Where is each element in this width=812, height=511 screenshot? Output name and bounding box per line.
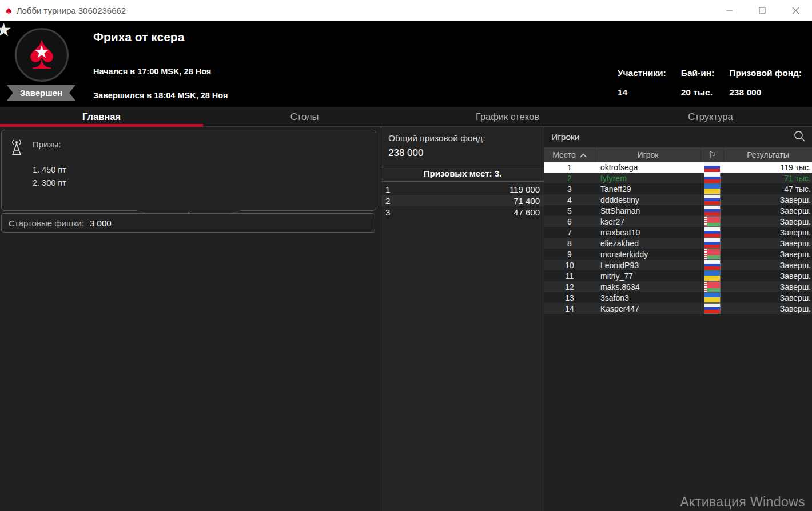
payouts-panel: Общий призовой фонд: 238 000 Призовых ме… [381,127,544,511]
player-name: LeonidP93 [595,261,700,270]
payout-amount: 119 000 [510,185,540,194]
tournament-title: Фриха от ксера [93,30,184,44]
column-header-flag[interactable]: ⚐ [700,147,723,162]
player-place: 8 [544,239,595,248]
close-button[interactable] [779,0,812,21]
tab-main[interactable]: Главная [0,107,203,126]
country-flag-icon [704,293,720,302]
player-row[interactable]: 8 eliezakhed Заверш. [544,238,812,249]
player-result: Заверш. [723,239,812,248]
player-place: 6 [544,217,595,226]
end-time: Завершился в 18:04 MSK, 28 Ноя [93,91,228,100]
payout-row: 2 71 400 [381,195,544,206]
search-icon[interactable] [793,129,806,145]
minimize-button[interactable] [713,0,746,21]
player-place: 3 [544,185,595,194]
prize-item: 2. 300 пт [33,177,66,190]
player-row[interactable]: 5 SttShaman Заверш. [544,205,812,216]
pokerstars-logo: ♠ ★ [15,28,69,82]
player-place: 11 [544,272,595,281]
country-flag-icon [704,184,720,194]
player-result: Заверш. [723,282,812,292]
country-flag-icon [704,304,720,313]
players-table-body: 1 oktrofsega 119 тыс. 2 fyfyrem 71 тыс. … [544,162,812,314]
payout-amount: 47 600 [514,207,540,217]
maximize-button[interactable] [746,0,779,21]
player-name: eliezakhed [595,239,700,248]
player-row[interactable]: 7 maxbeat10 Заверш. [544,227,812,238]
column-header-player[interactable]: Игрок [595,147,700,162]
payout-row: 1 119 000 [381,183,544,195]
players-title: Игроки [551,132,579,142]
player-name: monsterkiddy [595,250,700,259]
player-row[interactable]: 3 Taneff29 47 тыс. [544,183,812,194]
starting-chips-panel: Стартовые фишки: 3 000 [1,213,375,233]
player-place: 12 [544,282,595,292]
country-flag-icon [704,206,720,215]
player-result: 71 тыс. [723,174,812,183]
player-place: 2 [544,174,595,183]
player-place: 1 [544,163,595,172]
favorite-star-icon[interactable]: ★ [0,21,12,39]
window-controls [713,0,812,21]
player-row[interactable]: 11 mitriy_77 Заверш. [544,270,812,281]
player-row[interactable]: 6 kser27 Заверш. [544,216,812,227]
player-row[interactable]: 9 monsterkiddy Заверш. [544,249,812,260]
player-name: Taneff29 [595,185,700,194]
player-row[interactable]: 12 maks.8634 Заверш. [544,281,812,292]
country-flag-icon [704,227,720,237]
column-header-results[interactable]: Результаты [723,147,812,162]
player-result: Заверш. [723,272,812,281]
prize-pool-label: Общий призовой фонд: [388,133,537,143]
player-row[interactable]: 2 fyfyrem 71 тыс. [544,173,812,183]
player-result: Заверш. [723,293,812,302]
player-row[interactable]: 14 Kasper447 Заверш. [544,303,812,314]
player-place: 5 [544,206,595,215]
payout-place: 2 [385,196,390,206]
stat-prizepool: Призовой фонд: 238 000 [729,68,802,98]
player-result: Заверш. [723,250,812,259]
player-row[interactable]: 10 LeonidP93 Заверш. [544,260,812,270]
player-place: 9 [544,250,595,259]
tab-stack-chart[interactable]: График стеков [406,107,609,126]
player-row[interactable]: 13 3safon3 Заверш. [544,292,812,303]
window-title: Лобби турнира 3060236662 [17,6,126,15]
players-panel: Игроки Место Игрок ⚐ [544,127,812,511]
players-table-header: Место Игрок ⚐ Результаты [544,147,812,162]
country-flag-icon [704,217,720,226]
prizes-list: 1. 450 пт 2. 300 пт [33,163,66,190]
players-titlebar: Игроки [544,127,812,147]
player-name: 3safon3 [595,293,700,302]
prize-pool: Общий призовой фонд: 238 000 [381,127,544,164]
windows-activation-watermark: Активация Windows [680,494,805,510]
player-name: kser27 [595,217,700,226]
stat-entrants: Участники: 14 [618,68,666,98]
column-header-place[interactable]: Место [544,147,595,162]
country-flag-icon [704,282,720,292]
stat-buyin: Бай-ин: 20 тыс. [681,68,715,98]
start-time: Начался в 17:00 MSK, 28 Ноя [93,67,211,76]
player-name: Kasper447 [595,304,700,313]
country-flag-icon [704,162,720,172]
player-result: Заверш. [723,304,812,313]
payout-list: 1 119 000 2 71 400 3 47 600 [381,183,544,218]
player-row[interactable]: 4 ddddestiny Заверш. [544,194,812,205]
chevron-up-icon [580,150,587,159]
prize-pool-value: 238 000 [388,147,537,159]
main-content: Призы: 1. 450 пт 2. 300 пт ∧ Стартовые ф… [0,127,812,511]
player-result: Заверш. [723,217,812,226]
country-flag-icon [704,271,720,281]
tab-structure[interactable]: Структура [609,107,812,126]
player-place: 7 [544,228,595,237]
player-result: Заверш. [723,195,812,205]
tab-tables[interactable]: Столы [203,107,406,126]
player-row[interactable]: 1 oktrofsega 119 тыс. [544,162,812,173]
country-flag-icon [704,260,720,270]
broadcast-tower-icon [9,138,25,159]
payout-row: 3 47 600 [381,206,544,218]
prizes-panel: Призы: 1. 450 пт 2. 300 пт ∧ [1,130,376,211]
starting-chips-label: Стартовые фишки: [9,218,84,228]
window-titlebar: ♠ Лобби турнира 3060236662 [0,0,812,21]
player-name: mitriy_77 [595,272,700,281]
starting-chips-value: 3 000 [90,218,112,228]
